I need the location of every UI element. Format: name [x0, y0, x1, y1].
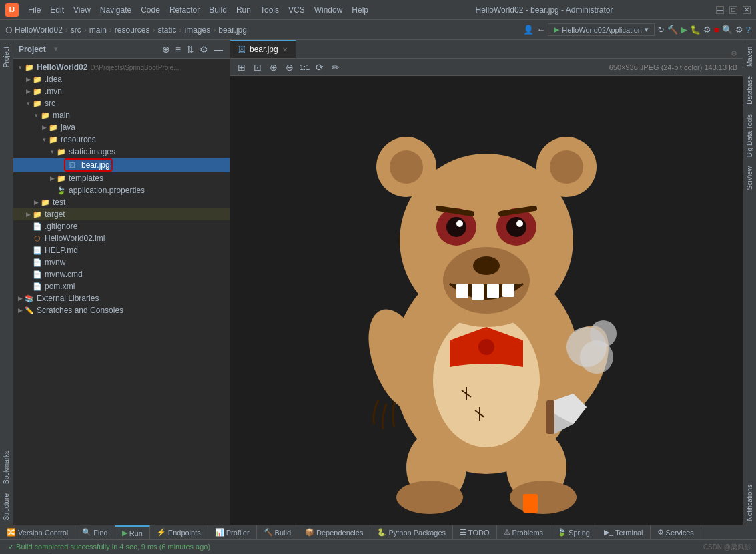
panel-settings-icon[interactable]: ⚙	[198, 44, 210, 55]
database-label[interactable]: Database	[745, 72, 755, 109]
run-icon[interactable]: ▶	[681, 25, 687, 35]
tree-item-main[interactable]: ▾ 📁 main	[13, 109, 230, 121]
rotate-icon[interactable]: ⟳	[314, 62, 326, 73]
project-nav-icon[interactable]: ⬡	[5, 25, 12, 35]
bookmarks-label[interactable]: Bookmarks	[1, 447, 11, 488]
tree-item-extlibs[interactable]: ▶ 📚 External Libraries	[13, 292, 230, 304]
panel-dropdown-icon[interactable]: ▾	[54, 45, 58, 53]
dependencies-tab[interactable]: 📦 Dependencies	[298, 525, 370, 539]
breadcrumb-static[interactable]: static	[158, 25, 177, 35]
menu-edit[interactable]: Edit	[46, 4, 68, 16]
run-more-icon[interactable]: ⚙	[703, 25, 711, 35]
zoom-in-icon[interactable]: ⊕	[268, 62, 280, 73]
project-sidebar-label[interactable]: Project	[1, 43, 11, 71]
breadcrumb-main[interactable]: main	[89, 25, 107, 35]
breadcrumb-file[interactable]: bear.jpg	[218, 25, 247, 35]
tab-close-button[interactable]: ✕	[282, 46, 288, 53]
breadcrumb-images[interactable]: images	[185, 25, 211, 35]
main-content: Project Bookmarks Structure Project ▾ ⊕ …	[0, 40, 756, 525]
menu-refactor[interactable]: Refactor	[165, 4, 204, 16]
python-packages-tab[interactable]: 🐍 Python Packages	[370, 525, 453, 539]
maximize-button[interactable]: □	[729, 6, 737, 14]
notifications-label[interactable]: Notifications	[745, 481, 755, 525]
close-button[interactable]: ✕	[743, 6, 751, 14]
tree-item-pom[interactable]: 📄 pom.xml	[13, 280, 230, 292]
tree-item-mvnw-cmd[interactable]: 📄 mvnw.cmd	[13, 268, 230, 280]
tree-item-target[interactable]: ▶ 📁 target	[13, 208, 230, 220]
panel-hide-icon[interactable]: —	[212, 44, 224, 55]
menu-run[interactable]: Run	[232, 4, 255, 16]
minimize-button[interactable]: —	[716, 6, 724, 14]
breadcrumb-src[interactable]: src	[71, 25, 81, 35]
reload-icon[interactable]: ↻	[657, 25, 665, 35]
menu-help[interactable]: Help	[348, 4, 372, 16]
spring-tab[interactable]: 🍃 Spring	[550, 525, 597, 539]
panel-sort-icon[interactable]: ⇅	[185, 44, 196, 55]
breadcrumb-resources[interactable]: resources	[115, 25, 150, 35]
stop-icon[interactable]: ■	[714, 25, 719, 35]
tree-item-mvn[interactable]: ▶ 📁 .mvn	[13, 85, 230, 97]
maven-label[interactable]: Maven	[745, 43, 755, 71]
problems-tab[interactable]: ⚠ Problems	[497, 525, 550, 539]
menu-window[interactable]: Window	[310, 4, 347, 16]
menu-view[interactable]: View	[69, 4, 95, 16]
panel-collapse-icon[interactable]: ≡	[174, 44, 182, 55]
svg-rect-32	[546, 400, 554, 434]
services-tab[interactable]: ⚙ Services	[651, 525, 701, 539]
search-icon[interactable]: 🔍	[722, 25, 733, 35]
editor-settings-icon[interactable]: ⚙	[725, 49, 743, 58]
menu-vcs[interactable]: VCS	[284, 4, 309, 16]
build-status-text: Build completed successfully in 4 sec, 9…	[16, 543, 210, 551]
tree-item-help[interactable]: 📃 HELP.md	[13, 244, 230, 256]
endpoints-tab[interactable]: ⚡ Endpoints	[150, 525, 208, 539]
tree-item-test[interactable]: ▶ 📁 test	[13, 196, 230, 208]
menu-file[interactable]: File	[24, 4, 45, 16]
find-tab[interactable]: 🔍 Find	[75, 525, 115, 539]
debug-icon[interactable]: 🐛	[690, 25, 701, 35]
tree-item-scratches[interactable]: ▶ ✏️ Version Control Scratches and Conso…	[13, 304, 230, 316]
tree-item-templates[interactable]: ▶ 📁 templates	[13, 172, 230, 184]
profiler-tab[interactable]: 📊 Profiler	[208, 525, 257, 539]
menu-tools[interactable]: Tools	[256, 4, 283, 16]
tree-item-iml[interactable]: ⬡ HelloWorld02.iml	[13, 232, 230, 244]
build-icon[interactable]: 🔨	[667, 25, 678, 35]
todo-tab[interactable]: ☰ TODO	[453, 525, 497, 539]
tree-item-root[interactable]: ▾ 📁 HelloWorld02 D:\Projects\SpringBootP…	[13, 61, 230, 73]
help-icon[interactable]: ?	[746, 25, 751, 35]
breadcrumb-root[interactable]: HelloWorld02	[15, 25, 63, 35]
tree-item-bear-jpg[interactable]: 🖼 bear.jpg	[13, 158, 230, 172]
watermark: CSDN @梁风影	[703, 543, 751, 552]
settings-icon[interactable]: ⚙	[735, 25, 743, 35]
endpoints-icon: ⚡	[157, 528, 166, 537]
structure-label[interactable]: Structure	[1, 489, 11, 525]
sciview-label[interactable]: SciView	[745, 162, 755, 194]
zoom-out-icon[interactable]: ⊖	[284, 62, 296, 73]
build-tab[interactable]: 🔨 Build	[257, 525, 298, 539]
tree-item-idea[interactable]: ▶ 📁 .idea	[13, 73, 230, 85]
back-icon[interactable]: ←	[536, 25, 545, 35]
actual-size-icon[interactable]: ⊡	[252, 62, 264, 73]
vcs-icon[interactable]: 👤	[523, 25, 534, 35]
folder-target-icon: 📁	[32, 209, 43, 220]
color-picker-icon[interactable]: ✏	[330, 62, 342, 73]
panel-locate-icon[interactable]: ⊕	[161, 44, 171, 55]
tree-item-mvnw[interactable]: 📄 mvnw	[13, 256, 230, 268]
image-viewer[interactable]	[230, 76, 743, 525]
version-control-tab[interactable]: 🔀 Version Control	[0, 525, 75, 539]
fit-page-icon[interactable]: ⊞	[236, 62, 248, 73]
tree-item-src[interactable]: ▾ 📁 src	[13, 97, 230, 109]
menu-navigate[interactable]: Navigate	[96, 4, 135, 16]
tree-item-app-props[interactable]: 🍃 application.properties	[13, 184, 230, 196]
tree-item-static-images[interactable]: ▾ 📁 static.images	[13, 146, 230, 158]
run-tab[interactable]: ▶ Run	[115, 525, 150, 539]
bigdata-label[interactable]: Big Data Tools	[745, 110, 755, 161]
menu-code[interactable]: Code	[137, 4, 164, 16]
menu-build[interactable]: Build	[205, 4, 231, 16]
terminal-tab[interactable]: ▶_ Terminal	[597, 525, 651, 539]
tree-item-resources[interactable]: ▾ 📁 resources	[13, 133, 230, 146]
tree-item-gitignore[interactable]: 📄 .gitignore	[13, 220, 230, 232]
editor-tab-bear-jpg[interactable]: 🖼 bear.jpg ✕	[230, 40, 296, 58]
svg-point-18	[456, 220, 463, 227]
tree-item-java[interactable]: ▶ 📁 java	[13, 121, 230, 133]
run-config-selector[interactable]: ▶ HelloWorld02Application ▾	[548, 23, 655, 36]
